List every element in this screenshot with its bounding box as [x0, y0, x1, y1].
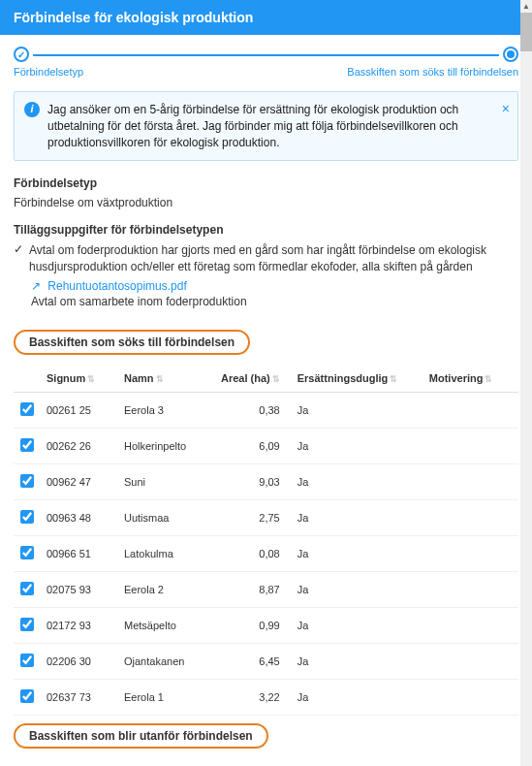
col-areal[interactable]: Areal (ha)⇅	[215, 365, 292, 393]
cell-ers: Ja	[292, 679, 404, 715]
row-checkbox[interactable]	[20, 689, 34, 703]
cell-ers: Ja	[292, 535, 404, 571]
scroll-thumb[interactable]	[520, 13, 532, 51]
page-header: Förbindelse för ekologisk produktion	[0, 0, 532, 35]
cell-namn: Metsäpelto	[118, 607, 215, 643]
cell-signum: 00966 51	[41, 535, 118, 571]
stepper-line	[33, 54, 499, 56]
row-checkbox[interactable]	[20, 402, 34, 416]
cell-namn: Suni	[118, 463, 215, 499]
cell-signum: 02172 93	[41, 607, 118, 643]
cell-areal: 0,08	[215, 535, 292, 571]
col-check	[14, 758, 41, 766]
cell-mot	[403, 463, 518, 499]
col-ers[interactable]: Ersättningsduglig⇅	[292, 365, 404, 393]
type-heading: Förbindelsetyp	[14, 176, 518, 190]
table-row: 02637 73Eerola 13,22Ja	[14, 679, 518, 715]
table-row: 02172 93Metsäpelto0,99Ja	[14, 607, 518, 643]
cell-mot	[403, 535, 518, 571]
close-icon[interactable]: ×	[502, 100, 510, 119]
cell-namn: Eerola 1	[118, 679, 215, 715]
sort-icon: ⇅	[156, 374, 164, 384]
table-row: 02206 30Ojantakanen6,45Ja	[14, 643, 518, 679]
step-2[interactable]: Basskiften som söks till förbindelsen	[347, 47, 518, 78]
cell-ers: Ja	[292, 428, 404, 463]
info-icon: i	[24, 102, 40, 117]
cell-areal: 3,22	[215, 679, 292, 715]
col-areal[interactable]: Areal (ha)⇅	[215, 758, 292, 766]
cell-areal: 9,03	[215, 463, 292, 499]
cell-ers: Ja	[292, 607, 404, 643]
cell-signum: 00261 25	[41, 392, 118, 428]
attachment-link[interactable]: Rehuntuotantosopimus.pdf	[47, 279, 186, 293]
attachment-row: ↗ Rehuntuotantosopimus.pdf	[31, 279, 518, 293]
info-text: Jag ansöker om en 5-årig förbindelse för…	[47, 103, 458, 149]
cell-signum: 00962 47	[41, 463, 118, 499]
table-row: 02075 93Eerola 28,87Ja	[14, 571, 518, 607]
sort-icon: ⇅	[272, 374, 280, 384]
checkmark-icon: ✓	[14, 242, 23, 258]
col-signum[interactable]: Signum⇅	[41, 758, 118, 766]
cell-ers: Ja	[292, 499, 404, 535]
table-header-row: Signum⇅ Namn⇅ Areal (ha)⇅ Ersättningsdug…	[14, 365, 518, 393]
col-mot[interactable]: Motivering⇅	[403, 758, 518, 766]
cell-mot	[403, 643, 518, 679]
cell-mot	[403, 571, 518, 607]
col-signum[interactable]: Signum⇅	[41, 365, 118, 393]
row-checkbox[interactable]	[20, 618, 34, 631]
step-active-icon	[503, 47, 518, 62]
step-done-icon	[14, 47, 29, 62]
stepper: Förbindelsetyp Basskiften som söks till …	[14, 47, 518, 78]
table-in: Signum⇅ Namn⇅ Areal (ha)⇅ Ersättningsdug…	[14, 365, 518, 716]
row-checkbox[interactable]	[20, 474, 34, 488]
table-header-row: Signum⇅ Namn⇅ Areal (ha)⇅ Ersättningsdug…	[14, 758, 518, 766]
row-checkbox[interactable]	[20, 546, 34, 559]
cell-signum: 00963 48	[41, 499, 118, 535]
cell-mot	[403, 607, 518, 643]
table-row: 00966 51Latokulma0,08Ja	[14, 535, 518, 571]
type-value: Förbindelse om växtproduktion	[14, 196, 518, 209]
step-1-label: Förbindelsetyp	[14, 66, 347, 78]
cell-namn: Holkerinpelto	[118, 428, 215, 463]
cell-ers: Ja	[292, 571, 404, 607]
col-mot[interactable]: Motivering⇅	[403, 365, 518, 393]
cell-mot	[403, 499, 518, 535]
col-ers[interactable]: Ersättningsduglig⇅	[292, 758, 404, 766]
sort-icon: ⇅	[390, 374, 397, 384]
section-in-heading: Basskiften som söks till förbindelsen	[14, 330, 250, 355]
row-checkbox[interactable]	[20, 654, 34, 667]
table-row: 00261 25Eerola 30,38Ja	[14, 392, 518, 428]
col-namn[interactable]: Namn⇅	[118, 758, 215, 766]
extra-heading: Tilläggsuppgifter för förbindelsetypen	[14, 223, 518, 237]
scroll-up-icon[interactable]: ▲	[520, 0, 532, 13]
step-1[interactable]: Förbindelsetyp	[14, 47, 347, 78]
cell-ers: Ja	[292, 392, 404, 428]
table-out: Signum⇅ Namn⇅ Areal (ha)⇅ Ersättningsdug…	[14, 758, 518, 766]
external-link-icon: ↗	[31, 279, 41, 293]
cell-ers: Ja	[292, 463, 404, 499]
section-out-heading: Basskiften som blir utanför förbindelsen	[14, 723, 268, 749]
info-banner: i × Jag ansöker om en 5-årig förbindelse…	[14, 91, 518, 161]
page-title: Förbindelse för ekologisk produktion	[14, 10, 253, 25]
table-row: 00262 26Holkerinpelto6,09Ja	[14, 428, 518, 463]
sort-icon: ⇅	[485, 374, 492, 384]
cell-namn: Eerola 3	[118, 392, 215, 428]
cell-mot	[403, 679, 518, 715]
extra-item-2: Avtal om samarbete inom foderproduktion	[31, 295, 518, 308]
col-namn[interactable]: Namn⇅	[118, 365, 215, 393]
row-checkbox[interactable]	[20, 438, 34, 452]
cell-signum: 02637 73	[41, 679, 118, 715]
cell-ers: Ja	[292, 643, 404, 679]
row-checkbox[interactable]	[20, 582, 34, 595]
row-checkbox[interactable]	[20, 510, 34, 524]
extra-item-1: ✓ Avtal om foderproduktion har gjorts me…	[14, 242, 518, 275]
scrollbar[interactable]: ▲ ▼	[520, 0, 532, 766]
sort-icon: ⇅	[87, 374, 95, 384]
cell-areal: 0,99	[215, 607, 292, 643]
cell-signum: 02075 93	[41, 571, 118, 607]
cell-namn: Uutismaa	[118, 499, 215, 535]
table-row: 00963 48Uutismaa2,75Ja	[14, 499, 518, 535]
cell-mot	[403, 392, 518, 428]
col-check	[14, 365, 41, 393]
cell-signum: 02206 30	[41, 643, 118, 679]
